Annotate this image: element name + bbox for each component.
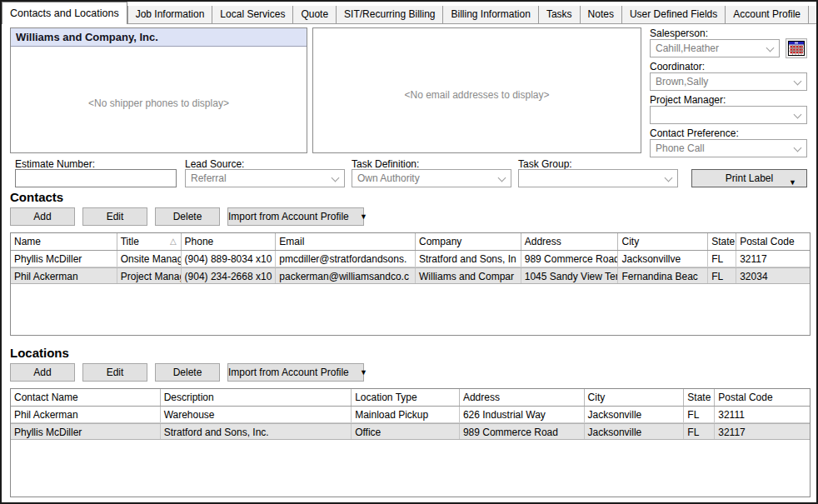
contact-preference-label: Contact Preference: [650, 127, 739, 139]
column-header-city[interactable]: City [585, 389, 685, 406]
chevron-down-icon [794, 77, 802, 86]
salesperson-calendar-button[interactable] [786, 38, 807, 58]
table-cell: Williams and Compar [416, 268, 521, 283]
coordinator-value: Brown,Sally [656, 76, 708, 87]
coordinator-label: Coordinator: [650, 61, 705, 72]
table-row[interactable]: Phil AckermanProject Manag(904) 234-2668… [11, 267, 810, 284]
locations-import-button[interactable]: Import from Account Profile ▼ [227, 363, 364, 382]
task-definition-select[interactable]: Own Authority [352, 169, 511, 187]
table-cell: packerman@williamsandco.c [276, 268, 416, 283]
table-cell: Warehouse [161, 407, 352, 422]
locations-add-button[interactable]: Add [10, 363, 75, 382]
task-definition-label: Task Definition: [352, 158, 419, 170]
task-group-label: Task Group: [518, 158, 572, 170]
column-header-address[interactable]: Address [460, 389, 585, 406]
chevron-down-icon [332, 174, 340, 182]
column-header-location-type[interactable]: Location Type [352, 389, 460, 406]
tab-user-defined-fields[interactable]: User Defined Fields [622, 6, 726, 24]
column-header-description[interactable]: Description [161, 389, 352, 406]
column-header-phone[interactable]: Phone [182, 233, 277, 250]
table-cell: pmcdiller@stratfordandsons. [276, 251, 416, 267]
print-label-button[interactable]: Print Label ▼ [691, 169, 807, 187]
task-definition-value: Own Authority [357, 172, 420, 184]
no-shipper-phones-text: <No shipper phones to display> [11, 97, 307, 109]
table-cell: 32117 [736, 251, 810, 267]
table-row[interactable]: Phyllis McDillerStratford and Sons, Inc.… [11, 423, 810, 440]
tab-quote[interactable]: Quote [293, 6, 337, 24]
table-cell: (904) 889-8034 x10 [182, 251, 277, 267]
tab-agents[interactable]: Agents [809, 6, 818, 24]
task-group-select[interactable] [518, 169, 678, 187]
locations-delete-button[interactable]: Delete [155, 363, 220, 382]
table-header-row: Contact NameDescriptionLocation TypeAddr… [11, 389, 810, 407]
table-cell: Stratford and Sons, Inc. [161, 424, 352, 439]
column-header-state[interactable]: State [708, 233, 736, 250]
tab-contacts-and-locations[interactable]: Contacts and Locations [2, 2, 127, 24]
column-header-postal-code[interactable]: Postal Code [715, 389, 810, 406]
coordinator-select[interactable]: Brown,Sally [650, 72, 807, 91]
table-cell: FL [708, 251, 736, 267]
tab-tasks[interactable]: Tasks [539, 6, 581, 24]
project-manager-select[interactable] [650, 106, 807, 124]
chevron-down-icon [766, 44, 775, 52]
tab-job-information[interactable]: Job Information [127, 6, 213, 24]
contact-preference-select[interactable]: Phone Call [650, 139, 807, 157]
contacts-edit-button[interactable]: Edit [82, 207, 147, 226]
no-email-addresses-text: <No email addresses to display> [313, 89, 641, 101]
tab-billing-information[interactable]: Billing Information [443, 6, 538, 24]
table-cell: Phil Ackerman [11, 268, 117, 283]
salesperson-value: Cahill,Heather [656, 42, 719, 54]
dropdown-arrow-icon: ▼ [789, 174, 796, 191]
contacts-delete-button[interactable]: Delete [155, 207, 220, 226]
tab-account-profile[interactable]: Account Profile [726, 6, 809, 24]
table-cell: Jacksonville [585, 424, 685, 439]
table-row[interactable]: Phyllis McDillerOnsite Manag(904) 889-80… [11, 251, 810, 267]
table-cell: 32034 [736, 268, 810, 283]
table-cell: 1045 Sandy View Terr [521, 268, 619, 283]
column-header-title[interactable]: Title△ [117, 233, 182, 250]
account-name-header: Williams and Company, Inc. [11, 28, 307, 47]
locations-edit-button[interactable]: Edit [82, 363, 147, 382]
contacts-import-text: Import from Account Profile [228, 211, 349, 222]
column-header-email[interactable]: Email [276, 233, 416, 250]
table-cell: Phyllis McDiller [11, 424, 161, 439]
table-cell: Jacksonville [585, 407, 685, 422]
table-cell: Office [352, 424, 460, 439]
chevron-down-icon [498, 174, 506, 182]
table-cell: Phil Ackerman [11, 407, 161, 422]
column-header-address[interactable]: Address [521, 233, 619, 250]
tab-local-services[interactable]: Local Services [212, 6, 293, 24]
lead-source-select[interactable]: Referral [185, 169, 345, 187]
column-header-contact-name[interactable]: Contact Name [11, 389, 161, 406]
table-row[interactable]: Phil AckermanWarehouseMainload Pickup626… [11, 407, 810, 423]
tab-sit-recurring-billing[interactable]: SIT/Recurring Billing [337, 6, 443, 24]
chevron-down-icon [794, 111, 802, 119]
estimate-number-input[interactable] [15, 169, 177, 187]
salesperson-select[interactable]: Cahill,Heather [650, 39, 780, 57]
table-cell: (904) 234-2668 x10 [182, 268, 277, 283]
table-cell: FL [684, 407, 715, 422]
table-cell: 32111 [715, 407, 810, 422]
table-cell: 32117 [715, 424, 810, 439]
table-cell: FL [684, 424, 715, 439]
contacts-heading: Contacts [10, 190, 63, 204]
dropdown-arrow-icon: ▼ [360, 368, 367, 377]
salesperson-label: Salesperson: [650, 27, 708, 39]
contact-preference-value: Phone Call [656, 142, 705, 154]
table-cell: Fernandina Beac [618, 268, 708, 283]
tab-bar: Contacts and LocationsJob InformationLoc… [2, 2, 816, 24]
email-addresses-panel: <No email addresses to display> [312, 27, 641, 153]
chevron-down-icon [665, 174, 673, 182]
column-header-name[interactable]: Name [11, 233, 117, 250]
table-header-row: NameTitle△PhoneEmailCompanyAddressCitySt… [11, 233, 810, 251]
contacts-add-button[interactable]: Add [10, 207, 75, 226]
column-header-state[interactable]: State [684, 389, 715, 406]
column-header-postal-code[interactable]: Postal Code [736, 233, 810, 250]
dropdown-arrow-icon: ▼ [360, 212, 367, 221]
column-header-city[interactable]: City [618, 233, 708, 250]
estimate-number-label: Estimate Number: [15, 158, 95, 170]
column-header-company[interactable]: Company [416, 233, 521, 250]
tab-notes[interactable]: Notes [581, 6, 622, 24]
table-cell: 626 Industrial Way [460, 407, 585, 422]
contacts-import-button[interactable]: Import from Account Profile ▼ [227, 207, 364, 226]
